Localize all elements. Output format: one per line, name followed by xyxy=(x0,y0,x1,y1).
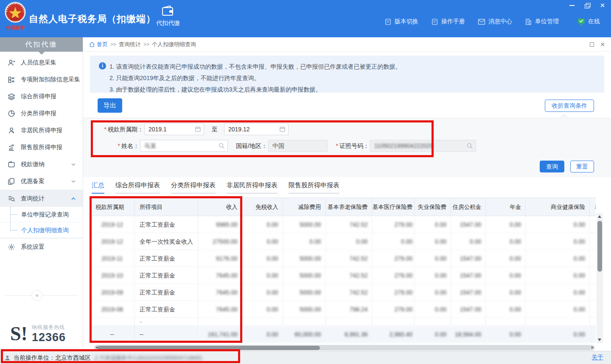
sidebar-item-restricted-stock[interactable]: 限售股所得申报 xyxy=(0,139,83,156)
sidebar-collapse-row: « xyxy=(0,289,83,302)
wallet-icon xyxy=(162,5,174,16)
table-cell: 8,991.36 xyxy=(326,326,373,343)
table-cell: 9985.00 xyxy=(198,216,242,233)
info-icon: i xyxy=(99,62,106,69)
name-input[interactable]: 马某 xyxy=(140,140,228,152)
search-button[interactable]: 查询 xyxy=(540,161,564,172)
table-cell xyxy=(90,318,135,326)
period-from-input[interactable]: 2019.1 xyxy=(144,123,204,135)
table-cell xyxy=(326,318,373,326)
panel-close-button[interactable]: ✕ xyxy=(600,41,605,48)
table-cell-partial xyxy=(590,250,596,267)
table-cell: 2019-10 xyxy=(90,267,135,284)
table-cell: 1547.00 xyxy=(451,267,486,284)
notice-line: 2. 只能查询2019年及之后的数据，不能进行跨年度查询。 xyxy=(109,72,604,84)
mail-icon xyxy=(478,19,485,25)
menu-version-switch[interactable]: 版本切换 xyxy=(384,18,418,25)
period-to-input[interactable]: 2019.12 xyxy=(224,123,289,135)
export-button[interactable]: 导出 xyxy=(98,98,122,113)
table-cell: 5000.00 xyxy=(283,216,326,233)
table-cell: 1547.00 xyxy=(451,250,486,267)
vertical-scroll-thumb[interactable] xyxy=(597,221,602,272)
window-close-button[interactable]: ✕ xyxy=(599,3,606,8)
sidebar-item-query-statistics[interactable]: 查询统计 xyxy=(0,190,83,207)
table-cell: 正常工资薪金 xyxy=(135,267,198,284)
sidebar-subitem-unit-declare-query[interactable]: 单位申报记录查询 xyxy=(0,207,83,222)
table-cell-partial xyxy=(590,284,596,301)
sidebar-item-special-deduction[interactable]: 专项附加扣除信息采集 xyxy=(0,71,83,88)
table-cell xyxy=(372,318,415,326)
id-number-label: *证照号码： xyxy=(328,140,369,152)
menu-label: 单位管理 xyxy=(535,18,559,25)
table-cell: 0.00 xyxy=(486,301,526,318)
table-cell: 0.00 xyxy=(486,326,526,343)
breadcrumb-item[interactable]: 查询统计 xyxy=(119,41,141,48)
table-cell: 742.52 xyxy=(326,267,373,284)
menu-manual[interactable]: 操作手册 xyxy=(431,18,465,25)
vertical-scrollbar[interactable] xyxy=(597,213,603,343)
table-cell: 742.52 xyxy=(326,216,373,233)
tab-restricted-stock[interactable]: 限售股所得申报表 xyxy=(289,181,339,194)
column-header: 税款所属期 xyxy=(90,198,135,216)
calendar-icon[interactable] xyxy=(195,126,201,132)
table-cell: 5000.00 xyxy=(283,284,326,301)
table-cell: 0.00 xyxy=(242,250,283,267)
window-restore-button[interactable] xyxy=(584,3,591,8)
table-cell: 0.00 xyxy=(415,250,451,267)
sidebar-subitem-personal-withholding-query[interactable]: 个人扣缴明细查询 xyxy=(0,222,83,238)
sidebar-item-tax-payment[interactable]: 税款缴纳 xyxy=(0,156,83,173)
table-cell xyxy=(415,318,451,326)
breadcrumb-separator: >> xyxy=(143,42,149,47)
module-tab-daikoudaijiao[interactable]: 代扣代缴 xyxy=(149,5,187,27)
menu-unit-management[interactable]: 单位管理 xyxy=(525,18,559,25)
sidebar-item-preferential-filing[interactable]: 优惠备案 xyxy=(0,173,83,190)
online-status[interactable]: 在线 xyxy=(577,18,600,25)
sidebar-item-system-settings[interactable]: 系统设置 xyxy=(0,238,83,255)
tax-emblem-logo: 中国税务 xyxy=(3,2,27,34)
scroll-right-arrow[interactable] xyxy=(591,346,594,349)
about-link[interactable]: 关于 xyxy=(591,354,603,361)
tab-nonresident-income[interactable]: 非居民所得申报表 xyxy=(227,181,277,194)
result-tabs: 汇总 综合所得申报表 分类所得申报表 非居民所得申报表 限售股所得申报表 xyxy=(92,181,339,194)
horizontal-scrollbar[interactable] xyxy=(94,345,595,350)
table-cell: 0.00 xyxy=(526,250,590,267)
calendar-icon[interactable] xyxy=(279,126,286,132)
table-cell: 279.00 xyxy=(372,284,415,301)
sidebar-item-personnel-info[interactable]: 人员信息采集 xyxy=(0,54,83,71)
horizontal-scroll-thumb[interactable] xyxy=(98,346,320,350)
window-minimize-button[interactable] xyxy=(569,3,575,8)
menu-label: 操作手册 xyxy=(441,18,465,25)
online-monitor-check-icon xyxy=(577,18,585,25)
chevron-up-icon xyxy=(71,196,76,201)
notice-line: 3. 由于数据处理的滞后性，建议您在申报成功3天之后再来查询最新的申报数据。 xyxy=(109,84,604,95)
building-icon xyxy=(525,18,532,25)
search-icon[interactable] xyxy=(218,142,225,149)
version-doc-icon xyxy=(384,18,392,25)
table-cell: 7645.00 xyxy=(198,301,242,318)
tab-comprehensive-income[interactable]: 综合所得申报表 xyxy=(115,181,160,194)
sidebar-item-nonresident-income[interactable]: 非居民所得申报 xyxy=(0,122,83,139)
fold-query-button[interactable]: 收折查询条件 xyxy=(545,100,594,112)
scroll-up-arrow[interactable] xyxy=(598,215,601,218)
table-cell: 0.00 xyxy=(242,301,283,318)
sidebar-item-label: 系统设置 xyxy=(21,243,45,251)
reset-button[interactable]: 重置 xyxy=(570,161,594,172)
sidebar-item-label: 人员信息采集 xyxy=(21,59,56,67)
tab-summary[interactable]: 汇总 xyxy=(92,181,104,194)
tab-classified-income[interactable]: 分类所得申报表 xyxy=(171,181,216,194)
table-body: 2019-12正常工资薪金9985.000.005000.00742.52279… xyxy=(90,216,596,343)
scroll-down-arrow[interactable] xyxy=(598,339,601,341)
sidebar-item-comprehensive-income[interactable]: 综合所得申报 xyxy=(0,88,83,105)
column-header: 年金 xyxy=(486,198,526,216)
table-cell: 0.00 xyxy=(415,326,451,343)
panel-maximize-button[interactable] xyxy=(590,42,594,47)
sidebar-collapse-button[interactable]: « xyxy=(31,290,42,301)
menu-message-center[interactable]: 消息中心 xyxy=(478,18,512,25)
table-cell: 0.00 xyxy=(486,284,526,301)
breadcrumb-home[interactable]: 首页 xyxy=(89,41,108,48)
table-cell: .. xyxy=(135,318,198,326)
table-cell: 7645.00 xyxy=(198,267,242,284)
sidebar-item-classified-income[interactable]: 分类所得申报 xyxy=(0,105,83,122)
sidebar: 代扣代缴 人员信息采集 专项附加扣除信息采集 综合所得申报 分类所得申报 非居民… xyxy=(0,37,83,351)
search-icon[interactable] xyxy=(466,142,473,149)
